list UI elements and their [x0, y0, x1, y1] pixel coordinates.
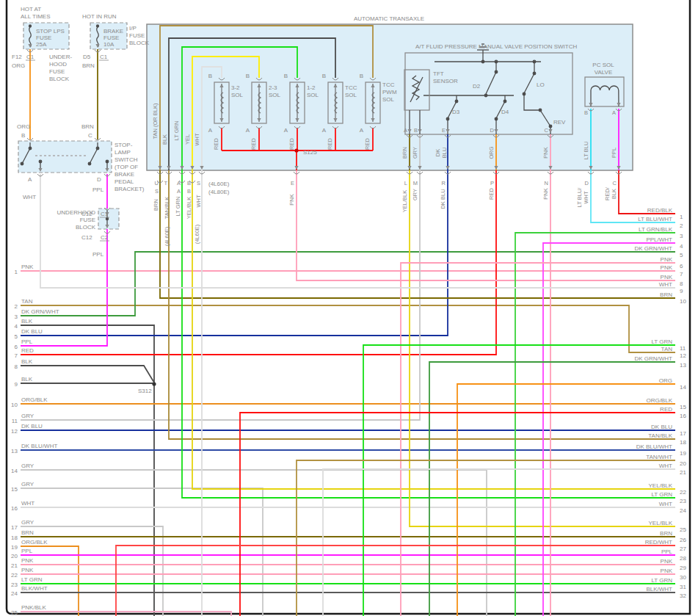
svg-text:BLK: BLK — [21, 376, 33, 383]
svg-text:PNK: PNK — [661, 256, 673, 263]
svg-text:1: 1 — [15, 269, 18, 275]
wire-wht-r21 — [323, 469, 675, 616]
svg-text:23: 23 — [680, 498, 686, 504]
svg-text:DK BLU: DK BLU — [21, 328, 43, 335]
svg-text:YEL/BLK: YEL/BLK — [186, 197, 192, 219]
svg-text:P: P — [490, 180, 494, 186]
svg-text:BLK: BLK — [611, 189, 617, 199]
svg-text:PPL: PPL — [21, 338, 33, 345]
svg-text:LAMP: LAMP — [114, 149, 131, 156]
svg-text:8: 8 — [680, 280, 683, 287]
svg-text:BRAKE: BRAKE — [114, 171, 134, 178]
svg-text:PNK: PNK — [21, 557, 34, 564]
svg-text:RED: RED — [660, 406, 672, 413]
svg-text:22: 22 — [11, 572, 18, 579]
wire-gry-row14 — [21, 470, 487, 616]
svg-text:PPL: PPL — [92, 186, 104, 193]
svg-text:WHT: WHT — [23, 194, 36, 200]
svg-text:GRY: GRY — [21, 463, 34, 469]
svg-text:D4: D4 — [501, 109, 509, 115]
svg-text:A: A — [612, 109, 616, 116]
wire-redwht-r27 — [116, 546, 675, 616]
svg-text:17: 17 — [11, 524, 18, 531]
svg-text:15: 15 — [680, 404, 686, 410]
svg-text:A: A — [322, 127, 327, 134]
svg-text:8: 8 — [15, 363, 18, 370]
svg-text:ORG: ORG — [17, 123, 30, 130]
fuse1-label: STOP LPS — [36, 28, 65, 35]
svg-text:6: 6 — [680, 263, 683, 269]
svg-text:FUSE: FUSE — [103, 35, 119, 41]
svg-text:3: 3 — [680, 233, 683, 239]
svg-text:14: 14 — [680, 384, 686, 391]
svg-text:A: A — [404, 127, 407, 134]
svg-text:BLK: BLK — [21, 358, 33, 365]
svg-text:GRY: GRY — [21, 481, 34, 488]
svg-text:D: D — [490, 127, 495, 134]
svg-text:7: 7 — [680, 271, 683, 278]
svg-text:D3: D3 — [452, 109, 460, 115]
svg-text:U: U — [155, 180, 159, 186]
svg-text:12: 12 — [680, 352, 686, 359]
svg-text:RED: RED — [364, 138, 371, 150]
svg-text:24: 24 — [680, 507, 686, 514]
svg-text:TCC: TCC — [345, 84, 357, 91]
svg-text:2: 2 — [15, 303, 18, 310]
svg-text:YEL/BLK: YEL/BLK — [649, 482, 673, 489]
svg-text:B: B — [187, 180, 191, 186]
svg-text:B: B — [21, 132, 25, 139]
splice-s312 — [152, 382, 156, 385]
svg-text:TAN/WHT: TAN/WHT — [646, 454, 672, 460]
svg-text:DK GRN/WHT: DK GRN/WHT — [21, 308, 59, 315]
svg-text:LT BLU/: LT BLU/ — [576, 187, 583, 208]
svg-text:B: B — [187, 188, 191, 195]
svg-text:2-3: 2-3 — [269, 84, 277, 91]
svg-text:LT GRN: LT GRN — [21, 576, 43, 583]
svg-text:SENSOR: SENSOR — [433, 78, 458, 84]
svg-text:9: 9 — [15, 381, 18, 388]
svg-text:DK GRN/WHT: DK GRN/WHT — [634, 245, 672, 252]
svg-text:13: 13 — [680, 362, 686, 369]
svg-text:DK GRN/WHT: DK GRN/WHT — [634, 355, 672, 362]
svg-text:D: D — [585, 180, 589, 186]
svg-text:21: 21 — [680, 469, 686, 476]
hot-at-label: HOT AT — [21, 6, 41, 12]
svg-text:SOL: SOL — [231, 92, 244, 98]
svg-text:FUSE: FUSE — [129, 32, 145, 39]
svg-text:26: 26 — [680, 537, 686, 543]
svg-text:25: 25 — [11, 609, 18, 616]
svg-text:B: B — [584, 109, 588, 116]
svg-text:19: 19 — [11, 544, 18, 551]
wire-gry-row11 — [21, 170, 420, 420]
wire-tanblk-t — [169, 170, 675, 439]
svg-text:PNK: PNK — [542, 188, 549, 199]
svg-text:B: B — [284, 73, 288, 79]
svg-text:BLOCK: BLOCK — [129, 40, 150, 46]
right-row-labels: RED/BLK1 LT BLU/WHT2 LT GRN/BLK3 PPL/WHT… — [634, 207, 686, 599]
svg-text:18: 18 — [680, 439, 686, 446]
c1-label: C1 — [100, 54, 108, 60]
svg-text:RED/BLK: RED/BLK — [647, 207, 673, 214]
svg-text:FUSE: FUSE — [80, 217, 95, 223]
svg-text:RED: RED — [213, 138, 219, 150]
svg-text:A: A — [177, 180, 181, 186]
svg-text:RED/WHT: RED/WHT — [645, 539, 672, 546]
svg-text:C2: C2 — [101, 234, 109, 241]
svg-text:22: 22 — [680, 489, 686, 496]
svg-text:STOP-: STOP- — [114, 142, 133, 148]
svg-text:GRY: GRY — [21, 519, 34, 526]
svg-text:PC SOL: PC SOL — [592, 62, 614, 68]
svg-text:15: 15 — [11, 486, 18, 493]
svg-text:6: 6 — [15, 344, 18, 350]
wire-ltgrn-a — [182, 170, 675, 498]
svg-text:FUSE: FUSE — [36, 35, 51, 41]
svg-text:SOL: SOL — [269, 92, 281, 98]
svg-text:17: 17 — [680, 430, 686, 437]
wire-blk-row4 — [21, 325, 154, 616]
svg-text:LT GRN: LT GRN — [175, 197, 181, 217]
svg-text:D: D — [97, 176, 101, 183]
svg-text:20: 20 — [680, 460, 686, 467]
svg-text:TFT: TFT — [433, 70, 444, 77]
svg-text:A: A — [246, 127, 250, 134]
wire-dkblu-row5 — [21, 170, 448, 336]
